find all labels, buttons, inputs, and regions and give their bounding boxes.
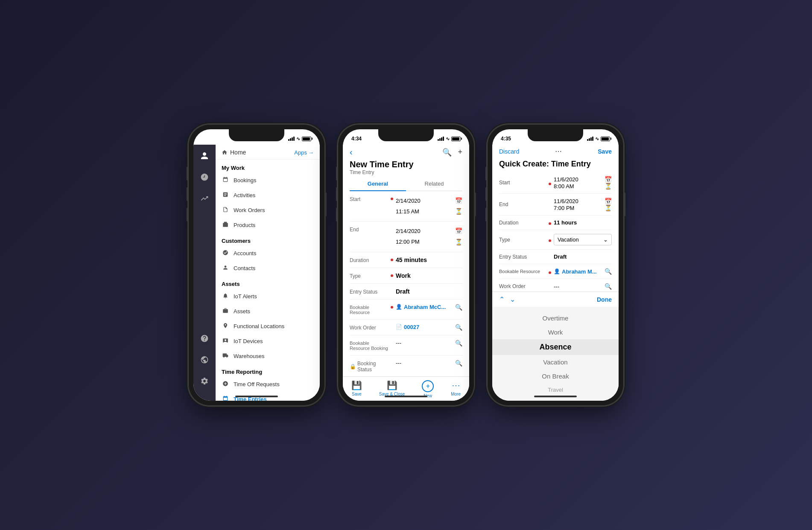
- end-date-cal-icon-3[interactable]: 📅: [605, 198, 612, 204]
- add-button[interactable]: +: [458, 148, 462, 157]
- nav-arrows-row: ⌃ ⌄ Done: [492, 291, 619, 307]
- sidebar-icon-help[interactable]: [198, 332, 211, 345]
- required-dot-dur3: [549, 222, 551, 225]
- nav-time-reporting-header: Time Reporting: [216, 364, 320, 377]
- sidebar-icon-clock[interactable]: [198, 170, 211, 184]
- iot-alerts-icon: [222, 293, 229, 300]
- phone3-title: Quick Create: Time Entry: [492, 159, 619, 172]
- booking-status-search-icon[interactable]: 🔍: [455, 360, 462, 367]
- functional-locations-icon: [222, 323, 229, 330]
- nav-item-functional-locations[interactable]: Functional Locations: [216, 319, 320, 334]
- back-button[interactable]: ‹: [350, 147, 353, 157]
- nav-apps-link[interactable]: Apps →: [294, 149, 314, 156]
- work-orders-icon: [222, 207, 229, 214]
- tab-general[interactable]: General: [350, 177, 406, 191]
- more-toolbar-button[interactable]: ⋯ More: [451, 380, 461, 398]
- done-button[interactable]: Done: [597, 296, 612, 303]
- resource-icon-3: 👤: [554, 268, 560, 274]
- nav-item-work-orders[interactable]: Work Orders: [216, 203, 320, 218]
- save-close-icon: 💾: [387, 380, 397, 390]
- nav-item-warehouses[interactable]: Warehouses: [216, 349, 320, 364]
- nav-item-iot-alerts[interactable]: IoT Alerts: [216, 289, 320, 304]
- phone2-subtitle: Time Entry: [343, 169, 469, 177]
- down-arrow-button[interactable]: ⌄: [510, 295, 515, 303]
- work-order-field: Work Order 📄 00027 🔍: [350, 320, 462, 335]
- required-dot-duration: [391, 259, 393, 261]
- work-order-search-icon-3[interactable]: 🔍: [605, 283, 612, 290]
- end-time-clock-icon-3[interactable]: ⏳: [605, 204, 612, 211]
- search-button[interactable]: 🔍: [442, 148, 452, 157]
- resource-search-icon[interactable]: 🔍: [455, 304, 462, 311]
- start-time-clock-icon-3[interactable]: ⏳: [605, 183, 612, 189]
- nav-item-assets[interactable]: Assets: [216, 304, 320, 319]
- required-dot-type: [391, 274, 393, 277]
- activities-icon: [222, 192, 229, 199]
- iot-devices-icon: [222, 338, 229, 345]
- end-date-calendar-icon[interactable]: 📅: [455, 226, 462, 236]
- start-date-calendar-icon[interactable]: 📅: [455, 195, 462, 206]
- required-dot-br3: [549, 271, 551, 274]
- save-toolbar-button[interactable]: 💾 Save: [351, 380, 362, 398]
- sidebar-icon-analytics[interactable]: [198, 192, 211, 205]
- discard-button[interactable]: Discard: [499, 148, 519, 155]
- products-icon: [222, 221, 229, 229]
- booking-search-icon[interactable]: 🔍: [455, 340, 462, 347]
- required-dot: [391, 198, 393, 200]
- picker-option-vacation[interactable]: Vacation: [492, 355, 619, 369]
- up-arrow-button[interactable]: ⌃: [499, 295, 505, 303]
- phone2-title: New Time Entry: [343, 159, 469, 169]
- notch-1: [229, 129, 284, 141]
- save-icon: 💾: [351, 380, 362, 390]
- nav-item-contacts[interactable]: Contacts: [216, 261, 320, 276]
- tab-related[interactable]: Related: [406, 177, 462, 191]
- form-scroll: Start 2/14/2020 📅 11:15 AM ⏳: [343, 191, 469, 376]
- picker-option-travel[interactable]: Travel: [492, 383, 619, 396]
- phone-2: 4:34 ∿ ‹ 🔍 +: [338, 124, 474, 406]
- entry-status-field-3: Entry Status Draft: [499, 250, 612, 264]
- picker-option-overtime[interactable]: Overtime: [492, 311, 619, 325]
- sidebar-icon-globe[interactable]: [198, 353, 211, 367]
- form3-scroll: Start 11/6/2020 📅 8:00 AM ⏳: [492, 172, 619, 291]
- nav-item-activities[interactable]: Activities: [216, 188, 320, 203]
- phone2-content: ‹ 🔍 + New Time Entry Time Entry General …: [343, 145, 469, 401]
- nav-item-time-off-requests[interactable]: Time Off Requests: [216, 377, 320, 392]
- nav-item-iot-devices[interactable]: IoT Devices: [216, 334, 320, 349]
- tabs-row: General Related: [350, 177, 462, 191]
- nav-menu: Home Apps → My Work Bookings: [216, 145, 320, 401]
- nav-item-accounts[interactable]: Accounts: [216, 246, 320, 261]
- required-dot-resource: [391, 306, 393, 309]
- sidebar-icon-settings[interactable]: [198, 374, 211, 388]
- phone3-content: Discard ⋯ Save Quick Create: Time Entry …: [492, 145, 619, 401]
- picker-panel: Overtime Work Absence Vacation On Break …: [492, 307, 619, 401]
- phones-container: ∿: [188, 124, 624, 406]
- required-dot-start3: [549, 183, 551, 185]
- start-time-clock-icon[interactable]: ⏳: [455, 206, 462, 217]
- picker-option-on-break[interactable]: On Break: [492, 369, 619, 383]
- start-date-cal-icon-3[interactable]: 📅: [605, 176, 612, 183]
- resource-search-icon-3[interactable]: 🔍: [605, 268, 612, 275]
- picker-option-absence[interactable]: Absence: [492, 339, 619, 355]
- type-select[interactable]: Vacation ⌄: [554, 234, 612, 245]
- bookable-resource-field: Bookable Resource 👤 Abraham McC... 🔍: [350, 300, 462, 320]
- chevron-down-icon: ⌄: [603, 236, 608, 243]
- sidebar-icon-person[interactable]: [198, 149, 211, 163]
- type-field: Type Work: [350, 268, 462, 284]
- work-order-icon: 📄: [396, 324, 402, 330]
- notch-3: [528, 129, 583, 141]
- required-dot-type3: [549, 239, 551, 242]
- nav-home-label: Home: [222, 149, 246, 156]
- status-time-3: 4:35: [501, 136, 511, 142]
- bookable-resource-field-3: Bookable Resource 👤 Abraham M... 🔍: [499, 264, 612, 279]
- nav-item-products[interactable]: Products: [216, 218, 320, 233]
- start-field-3: Start 11/6/2020 📅 8:00 AM ⏳: [499, 172, 612, 194]
- home-bar-1: [235, 396, 278, 397]
- nav-item-bookings[interactable]: Bookings: [216, 173, 320, 188]
- save-button[interactable]: Save: [598, 148, 612, 155]
- work-order-search-icon[interactable]: 🔍: [455, 324, 462, 331]
- more-options-button[interactable]: ⋯: [555, 147, 562, 155]
- sidebar: [193, 145, 216, 401]
- picker-option-work[interactable]: Work: [492, 325, 619, 339]
- phone-3: 4:35 ∿ Discard ⋯ Save: [487, 124, 624, 406]
- end-time-clock-icon[interactable]: ⏳: [455, 237, 462, 248]
- phone-1: ∿: [188, 124, 325, 406]
